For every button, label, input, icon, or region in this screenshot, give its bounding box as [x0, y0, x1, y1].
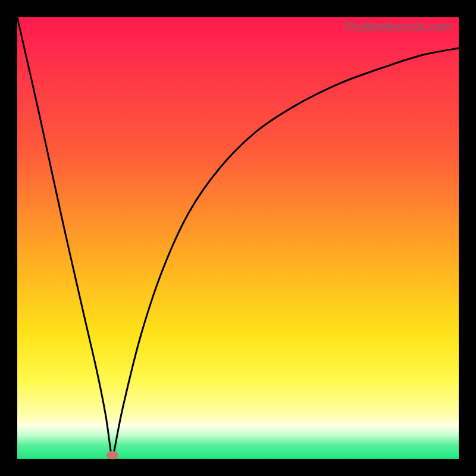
chart-frame: TheBottleneck.com [0, 0, 476, 476]
bottleneck-curve [17, 17, 459, 459]
plot-area: TheBottleneck.com [17, 17, 459, 459]
curve-path [17, 17, 459, 459]
optimum-marker [107, 451, 118, 459]
